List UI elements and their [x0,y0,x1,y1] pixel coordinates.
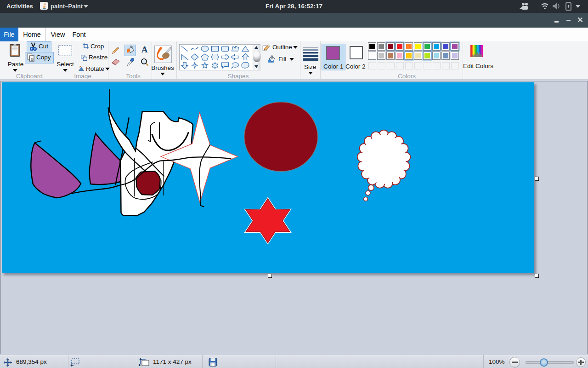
svg-text:A: A [141,46,148,53]
